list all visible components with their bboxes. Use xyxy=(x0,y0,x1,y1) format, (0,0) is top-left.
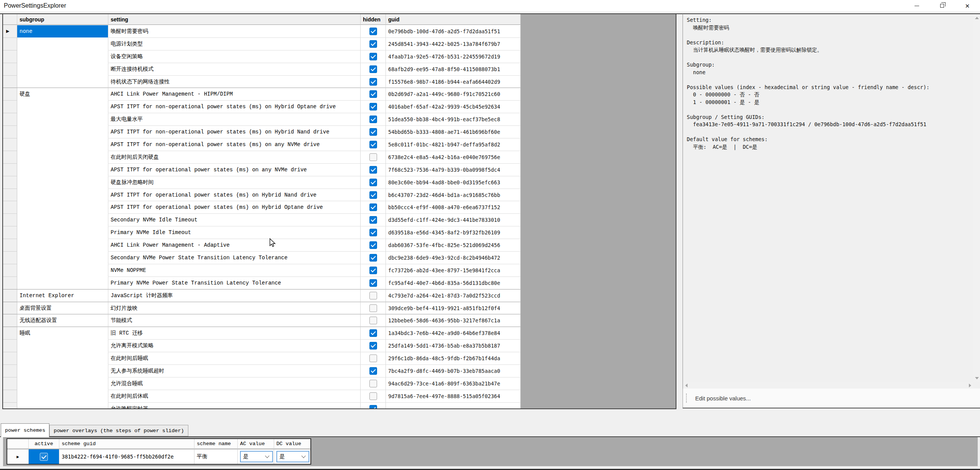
table-row[interactable]: 待机状态下的网络连接性f15576e8-98b7-4186-b944-eafa6… xyxy=(3,75,521,88)
guid-cell[interactable]: 4faab71a-92e5-4726-b531-224559672d19 xyxy=(386,50,521,63)
row-header[interactable] xyxy=(3,352,17,364)
hidden-cell[interactable] xyxy=(361,352,386,364)
setting-cell[interactable]: APST ITPT for operational power states (… xyxy=(108,201,361,213)
column-header-scheme-guid[interactable]: scheme guid xyxy=(59,439,194,449)
titlebar[interactable]: PowerSettingsExplorer ✕ xyxy=(0,0,980,11)
hidden-checkbox[interactable] xyxy=(369,128,377,136)
guid-cell[interactable]: d639518a-e56d-4345-8af2-b9f32fb26109 xyxy=(386,226,521,239)
row-header[interactable] xyxy=(3,75,17,88)
hidden-checkbox[interactable] xyxy=(369,40,377,48)
row-header[interactable] xyxy=(3,339,17,352)
restore-button[interactable] xyxy=(929,0,955,11)
setting-cell[interactable]: APST ITPT for operational power states (… xyxy=(108,163,361,176)
guid-cell[interactable]: 29f6c1db-86da-48c5-9fdb-f2b67b1f44da xyxy=(386,352,521,364)
table-row[interactable]: 硬盘脉冲忽略时间80e3c60e-bb94-4ad8-bbe0-0d3195ef… xyxy=(3,176,521,189)
hidden-checkbox[interactable] xyxy=(369,65,377,73)
row-header[interactable] xyxy=(3,163,17,176)
table-row[interactable]: 睡眠旧 RTC 迁移1a34bdc3-7e6b-442e-a9d0-64b6ef… xyxy=(3,327,521,339)
subgroup-cell[interactable] xyxy=(17,138,108,151)
table-row[interactable]: 设备空闲策略4faab71a-92e5-4726-b531-224559672d… xyxy=(3,50,521,63)
row-header[interactable]: ▶ xyxy=(7,449,29,464)
guid-cell[interactable]: 94ac6d29-73ce-41a6-809f-6363ba21b47e xyxy=(386,377,521,390)
guid-cell[interactable]: 1a34bdc3-7e6b-442e-a9d0-64b6ef378e84 xyxy=(386,327,521,339)
dc-value-cell[interactable]: 是 xyxy=(274,449,310,464)
setting-cell[interactable]: APST ITPT for non-operational power stat… xyxy=(108,138,361,151)
hidden-checkbox[interactable] xyxy=(369,254,377,262)
hidden-checkbox[interactable] xyxy=(369,203,377,211)
hidden-cell[interactable] xyxy=(361,163,386,176)
subgroup-cell[interactable] xyxy=(17,377,108,390)
row-header[interactable] xyxy=(3,314,17,327)
table-row[interactable]: 断开连接待机模式68afb2d9-ee95-47a8-8f50-41150880… xyxy=(3,63,521,75)
subgroup-cell[interactable] xyxy=(17,151,108,163)
hidden-cell[interactable] xyxy=(361,138,386,151)
row-header[interactable] xyxy=(3,201,17,213)
guid-cell[interactable]: 0b2d69d7-a2a1-449c-9680-f91c70521c60 xyxy=(386,88,521,100)
hidden-checkbox[interactable] xyxy=(369,279,377,287)
setting-cell[interactable]: 断开连接待机模式 xyxy=(108,63,361,75)
hidden-checkbox[interactable] xyxy=(369,241,377,249)
subgroup-cell[interactable] xyxy=(17,213,108,226)
subgroup-cell[interactable] xyxy=(17,276,108,289)
setting-cell[interactable]: AHCI Link Power Management - HIPM/DIPM xyxy=(108,88,361,100)
row-header[interactable] xyxy=(3,189,17,201)
setting-cell[interactable]: APST ITPT for non-operational power stat… xyxy=(108,125,361,138)
hidden-cell[interactable] xyxy=(361,88,386,100)
guid-cell[interactable]: 25dfa149-5dd1-4736-b5ab-e8a37b5b8187 xyxy=(386,339,521,352)
setting-cell[interactable]: 在此时间后睡眠 xyxy=(108,352,361,364)
hidden-cell[interactable] xyxy=(361,75,386,88)
hidden-checkbox[interactable] xyxy=(369,342,377,350)
table-row[interactable]: Primary NVMe Idle Timeoutd639518a-e56d-4… xyxy=(3,226,521,239)
hidden-checkbox[interactable] xyxy=(369,191,377,199)
hidden-checkbox[interactable] xyxy=(369,304,377,312)
table-row[interactable]: APST ITPT for non-operational power stat… xyxy=(3,125,521,138)
row-header[interactable] xyxy=(3,226,17,239)
hidden-checkbox[interactable] xyxy=(369,292,377,299)
guid-cell[interactable]: 309dce9b-bef4-4119-9921-a851fb12f0f4 xyxy=(386,302,521,314)
setting-details-text[interactable]: Setting: 唤醒时需要密码 Description: 当计算机从睡眠状态唤… xyxy=(683,14,973,382)
hidden-cell[interactable] xyxy=(361,213,386,226)
row-header[interactable] xyxy=(3,402,17,408)
column-header-hidden[interactable]: hidden xyxy=(361,14,386,25)
guid-cell[interactable]: fc95af4d-40e7-4b6d-835a-56d131dbc80e xyxy=(386,276,521,289)
guid-cell[interactable]: 245d8541-3943-4422-b025-13a784f679b7 xyxy=(386,37,521,50)
guid-cell[interactable]: d3d55efd-c1ff-424e-9dc3-441be7833010 xyxy=(386,213,521,226)
table-row[interactable]: 电源计划类型245d8541-3943-4422-b025-13a784f679… xyxy=(3,37,521,50)
row-header[interactable] xyxy=(3,113,17,125)
setting-cell[interactable]: 允许混合睡眠 xyxy=(108,377,361,390)
tab-power-schemes[interactable]: power schemes xyxy=(1,423,49,437)
setting-cell[interactable]: 待机状态下的网络连接性 xyxy=(108,75,361,88)
setting-cell[interactable]: Primary NVMe Idle Timeout xyxy=(108,226,361,239)
hidden-cell[interactable] xyxy=(361,113,386,125)
guid-cell[interactable]: b6c43707-23d2-46d4-bd1a-ac91685c76bb xyxy=(386,189,521,201)
setting-cell[interactable]: 节能模式 xyxy=(108,314,361,327)
subgroup-cell[interactable]: 桌面背景设置 xyxy=(17,302,108,314)
row-header[interactable] xyxy=(3,377,17,390)
table-row[interactable]: APST ITPT for non-operational power stat… xyxy=(3,100,521,113)
row-header[interactable] xyxy=(3,239,17,251)
guid-cell[interactable]: 7f68c523-7536-4a79-b339-0ba0998f5dc4 xyxy=(386,163,521,176)
setting-cell[interactable]: NVMe NOPPME xyxy=(108,264,361,276)
hidden-checkbox[interactable] xyxy=(369,179,377,186)
subgroup-cell[interactable] xyxy=(17,37,108,50)
subgroup-cell[interactable]: 无线适配器设置 xyxy=(17,314,108,327)
row-header[interactable] xyxy=(3,100,17,113)
subgroup-cell[interactable] xyxy=(17,251,108,264)
table-row[interactable]: 允许唤醒定时器 xyxy=(3,402,521,408)
subgroup-cell[interactable] xyxy=(17,390,108,402)
table-row[interactable]: APST ITPT for operational power states (… xyxy=(3,201,521,213)
row-header[interactable] xyxy=(3,276,17,289)
table-row[interactable]: 允许离开模式策略25dfa149-5dd1-4736-b5ab-e8a37b5b… xyxy=(3,339,521,352)
column-header-setting[interactable]: setting xyxy=(108,14,361,25)
hidden-cell[interactable] xyxy=(361,327,386,339)
subgroup-cell[interactable] xyxy=(17,189,108,201)
table-row[interactable]: 允许混合睡眠94ac6d29-73ce-41a6-809f-6363ba21b4… xyxy=(3,377,521,390)
hidden-checkbox[interactable] xyxy=(369,28,377,35)
hidden-checkbox[interactable] xyxy=(369,380,377,387)
hidden-cell[interactable] xyxy=(361,402,386,408)
table-row[interactable]: APST ITPT for operational power states (… xyxy=(3,189,521,201)
row-header[interactable] xyxy=(3,138,17,151)
hidden-checkbox[interactable] xyxy=(369,90,377,98)
hidden-cell[interactable] xyxy=(361,100,386,113)
guid-cell[interactable]: 12bbebe6-58d6-4636-95bb-3217ef867c1a xyxy=(386,314,521,327)
